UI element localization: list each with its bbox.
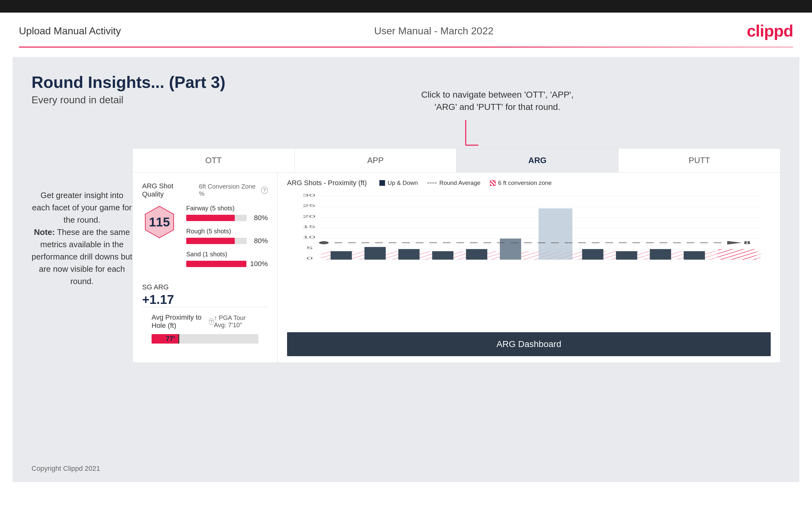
legend-hatched-icon xyxy=(490,180,496,186)
header: Upload Manual Activity User Manual - Mar… xyxy=(0,13,812,47)
bar-sand-row: 100% xyxy=(186,260,268,268)
proximity-bar-track: 77' xyxy=(152,334,258,344)
proximity-section: Avg Proximity to Hole (ft) ? ↑ PGA Tour … xyxy=(142,307,268,353)
panel: OTT APP ARG PUTT ARG Shot Quality 6ft Co… xyxy=(132,148,780,363)
svg-rect-25 xyxy=(500,238,521,260)
logo: clippd xyxy=(747,21,793,40)
svg-text:30: 30 xyxy=(303,193,315,197)
proximity-bar-label: 77' xyxy=(166,335,175,343)
bar-rough-track xyxy=(186,238,247,244)
main-content: Round Insights... (Part 3) Every round i… xyxy=(13,57,799,482)
tab-putt[interactable]: PUTT xyxy=(618,149,780,172)
header-divider xyxy=(19,47,793,48)
hex-number: 115 xyxy=(149,215,170,229)
upload-label[interactable]: Upload Manual Activity xyxy=(19,25,121,37)
bar-sand-pct: 100% xyxy=(250,260,268,268)
svg-rect-20 xyxy=(331,251,352,260)
tabs: OTT APP ARG PUTT xyxy=(133,149,780,173)
section-title: ARG Shot Quality 6ft Conversion Zone % ? xyxy=(142,182,268,199)
bar-sand-track xyxy=(186,261,246,267)
svg-text:8: 8 xyxy=(744,240,751,245)
insight-note-label: Note: xyxy=(34,227,55,237)
svg-rect-26 xyxy=(539,209,572,260)
legend-round-avg: Round Average xyxy=(427,179,480,186)
svg-rect-22 xyxy=(398,249,420,260)
svg-rect-27 xyxy=(582,249,603,260)
bar-rough-label: Rough (5 shots) xyxy=(186,228,268,235)
copyright: Copyright Clippd 2021 xyxy=(32,464,100,473)
top-bar xyxy=(0,0,812,13)
nav-hint: Click to navigate between 'OTT', 'APP', … xyxy=(421,89,574,113)
doc-title: User Manual - March 2022 xyxy=(374,25,494,37)
svg-rect-23 xyxy=(432,251,454,260)
pga-avg: ↑ PGA Tour Avg: 7'10" xyxy=(214,314,258,329)
legend-box-icon xyxy=(379,180,385,186)
sg-value: +1.17 xyxy=(142,292,268,307)
tab-ott[interactable]: OTT xyxy=(133,149,295,172)
hex-container: 115 Fairway (5 shots) 80% xyxy=(142,205,268,274)
shot-quality-title: ARG Shot Quality xyxy=(142,182,193,199)
nav-hint-line1: Click to navigate between 'OTT', 'APP', xyxy=(421,90,574,100)
proximity-cursor xyxy=(179,334,179,344)
help-icon[interactable]: ? xyxy=(261,187,268,194)
svg-rect-28 xyxy=(616,251,638,260)
svg-text:10: 10 xyxy=(303,235,315,239)
bar-group: Fairway (5 shots) 80% Rough (5 shots) xyxy=(186,205,268,274)
proximity-header: Avg Proximity to Hole (ft) ? ↑ PGA Tour … xyxy=(152,313,258,330)
insight-main: Get greater insight into each facet of y… xyxy=(32,190,132,225)
hexagon-badge: 115 xyxy=(142,205,177,239)
svg-text:5: 5 xyxy=(306,246,313,250)
bar-rough-pct: 80% xyxy=(251,237,268,245)
svg-text:15: 15 xyxy=(303,225,315,229)
bar-sand-fill xyxy=(186,261,246,267)
sg-label: SG ARG xyxy=(142,283,268,291)
svg-rect-21 xyxy=(365,247,386,260)
svg-text:25: 25 xyxy=(303,204,315,208)
bar-fairway-track xyxy=(186,215,247,221)
chart-area: 0 5 10 15 20 25 30 xyxy=(287,193,771,326)
bar-sand-label: Sand (1 shots) xyxy=(186,251,268,258)
proximity-bar-fill: 77' xyxy=(152,334,179,344)
bar-fairway-fill xyxy=(186,215,235,221)
svg-rect-24 xyxy=(466,249,488,260)
svg-point-35 xyxy=(319,241,328,244)
tab-app[interactable]: APP xyxy=(295,149,457,172)
bar-rough: Rough (5 shots) 80% xyxy=(186,228,268,245)
page-title: Round Insights... (Part 3) xyxy=(32,73,780,92)
proximity-label: Avg Proximity to Hole (ft) xyxy=(152,313,206,330)
arg-dashboard-button[interactable]: ARG Dashboard xyxy=(287,332,771,356)
chart-header: ARG Shots - Proximity (ft) Up & Down Rou… xyxy=(287,179,771,187)
chart-svg: 0 5 10 15 20 25 30 xyxy=(287,193,771,263)
legend-round-avg-label: Round Average xyxy=(439,179,480,186)
bar-fairway-label: Fairway (5 shots) xyxy=(186,205,268,212)
svg-text:0: 0 xyxy=(306,256,313,261)
svg-marker-33 xyxy=(727,241,742,244)
bar-sand: Sand (1 shots) 100% xyxy=(186,251,268,268)
legend-up-down-label: Up & Down xyxy=(388,179,418,186)
panel-right: ARG Shots - Proximity (ft) Up & Down Rou… xyxy=(277,173,780,362)
insight-text: Get greater insight into each facet of y… xyxy=(32,189,132,287)
proximity-help-icon[interactable]: ? xyxy=(209,318,214,325)
legend-6ft-label: 6 ft conversion zone xyxy=(498,179,552,186)
bar-rough-row: 80% xyxy=(186,237,268,245)
bar-fairway-row: 80% xyxy=(186,214,268,222)
page-subtitle: Every round in detail xyxy=(32,94,780,106)
bar-fairway: Fairway (5 shots) 80% xyxy=(186,205,268,222)
proximity-title: Avg Proximity to Hole (ft) ? xyxy=(152,313,214,330)
chart-title: ARG Shots - Proximity (ft) xyxy=(287,179,367,187)
legend-up-down: Up & Down xyxy=(379,179,418,186)
tab-arg[interactable]: ARG xyxy=(457,149,618,172)
panel-body: ARG Shot Quality 6ft Conversion Zone % ?… xyxy=(133,173,780,362)
svg-rect-29 xyxy=(650,249,671,260)
legend-6ft: 6 ft conversion zone xyxy=(490,179,552,186)
conversion-subtitle: 6ft Conversion Zone % xyxy=(199,183,259,198)
bar-fairway-pct: 80% xyxy=(251,214,268,222)
sg-section: SG ARG +1.17 xyxy=(142,283,268,307)
panel-left: ARG Shot Quality 6ft Conversion Zone % ?… xyxy=(133,173,277,362)
svg-rect-31 xyxy=(717,249,756,260)
svg-text:20: 20 xyxy=(303,214,315,218)
legend-dashed-icon xyxy=(427,183,437,183)
bar-rough-fill xyxy=(186,238,235,244)
svg-rect-30 xyxy=(684,251,705,260)
nav-hint-line2: 'ARG' and 'PUTT' for that round. xyxy=(435,102,561,112)
